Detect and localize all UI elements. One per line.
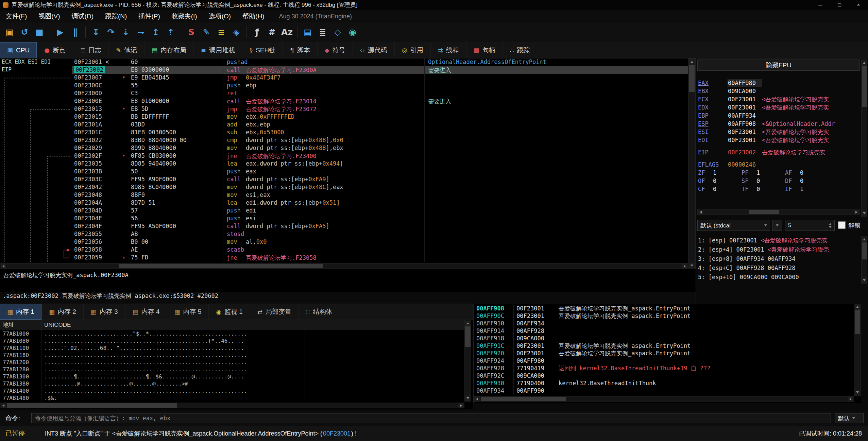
status-address-link[interactable]: 00F23001 (323, 430, 351, 437)
scroll-arrow-button[interactable] (465, 321, 471, 326)
disasm-row[interactable]: 00F2300DC3ret (0, 90, 688, 98)
stack-row[interactable]: 00AFF91400AFF928 (474, 327, 854, 335)
stack-arg-row[interactable]: 3: [esp+8] 00AFF934 00AFF934 (698, 254, 860, 264)
scroll-arrow-button[interactable] (689, 263, 695, 268)
patches-button[interactable]: S (184, 24, 199, 40)
tab-trace[interactable]: ∴跟踪 (503, 42, 537, 58)
menu-view[interactable]: 视图(V) (33, 10, 66, 22)
spinner-buttons[interactable] (829, 223, 832, 228)
flag-df[interactable]: DF0 (785, 177, 829, 185)
menu-plugins[interactable]: 插件(P) (133, 10, 166, 22)
disasm-row[interactable]: 00F2302F▾0F85 CB030000jne吾爱破解论坛学习.F23400 (0, 152, 688, 160)
stack-row[interactable]: 00AFF92C009CA000 (474, 372, 854, 379)
stack-row[interactable]: 00AFF91C00F23001吾爱破解论坛学习脱壳实例_aspack.Entr… (474, 342, 854, 350)
stack-row[interactable]: 00AFF91000AFF934 (474, 320, 854, 327)
register-row-esi[interactable]: ESI00F23001<吾爱破解论坛学习脱壳实 (698, 128, 860, 136)
flag-of[interactable]: OF0 (698, 177, 742, 185)
register-row-ebp[interactable]: EBP00AFF934 (698, 112, 860, 120)
stack-arg-row[interactable]: 2: [esp+4] 00F23001 <吾爱破解论坛学习脱壳 (698, 245, 860, 254)
disasm-row[interactable]: 00F23013▾EB 5Djmp吾爱破解论坛学习.F23072 (0, 105, 688, 113)
modules-button[interactable]: ≣ (315, 24, 330, 40)
scroll-thumb[interactable] (7, 403, 177, 408)
help-globe-button[interactable]: ◉ (345, 24, 360, 40)
flag-tf[interactable]: TF0 (742, 185, 785, 193)
strings-button[interactable]: # (265, 24, 279, 40)
run-button[interactable]: ▶ (53, 24, 68, 40)
bottom-tab-memory-1[interactable]: ▦内存 1 (0, 304, 42, 320)
disasm-row[interactable]: 00F23055ABstosd (0, 231, 688, 238)
stack-arg-row[interactable]: 5: [esp+10] 009CA000 009CA000 (698, 273, 860, 282)
memory-row[interactable]: 77AB1400................................… (0, 387, 464, 394)
memory-row[interactable]: 77AB1300.........¶.....................¶… (0, 373, 464, 380)
stack-row[interactable]: 00AFF93077190400kernel32.BaseThreadInitT… (474, 379, 854, 387)
menu-help[interactable]: 帮助(H) (237, 10, 270, 22)
disasm-row[interactable]: 00F2304A8D7D 51leaedi,dword ptr ss:[ebp+… (0, 199, 688, 207)
comment-button[interactable]: ✎ (199, 24, 214, 40)
scroll-arrow-button[interactable] (862, 277, 867, 283)
scroll-arrow-button[interactable] (474, 396, 480, 402)
calling-convention-select[interactable]: 默认 (stdcal (697, 220, 770, 231)
register-row-eax[interactable]: EAX00AFF980 (698, 79, 860, 87)
memory-row[interactable]: 77AB1480.$&. (0, 394, 464, 402)
tab-source[interactable]: ‹›源代码 (353, 42, 395, 58)
stack-row[interactable]: 00AFF93400AFF990 (474, 387, 854, 394)
register-row-eflags[interactable]: EFLAGS00000246 (698, 160, 860, 169)
memory-horizontal-scrollbar[interactable] (0, 403, 464, 408)
tab-notes[interactable]: ✎笔记 (109, 42, 144, 58)
scroll-arrow-button[interactable] (854, 209, 859, 215)
stack-row[interactable]: 00AFF92877190419返回到 kernel32.BaseThreadI… (474, 364, 854, 372)
tab-cpu[interactable]: ▣CPU (0, 42, 37, 58)
disasm-row[interactable]: 00F23007▾E9 EB045D45jmp0x464F34F7 (0, 74, 688, 82)
step-over-button[interactable]: ↷ (103, 24, 118, 40)
memory-row[interactable]: 77AB1200................................… (0, 359, 464, 366)
flag-pf[interactable]: PF1 (742, 169, 785, 177)
scroll-thumb[interactable] (119, 264, 323, 268)
trace-over-button[interactable]: ⇁ (133, 24, 148, 40)
scroll-arrow-button[interactable] (1, 403, 6, 408)
maximize-button[interactable]: □ (830, 0, 849, 10)
memory-vertical-scrollbar[interactable] (464, 320, 471, 402)
menu-file[interactable]: 文件(F) (0, 10, 33, 22)
menu-trace[interactable]: 跟踪(N) (99, 10, 133, 22)
open-file-button[interactable]: ▣ (2, 24, 17, 40)
flag-af[interactable]: AF0 (785, 169, 829, 177)
lock-checkbox[interactable] (838, 221, 846, 229)
disasm-row[interactable]: 00F2304E56pushesi (0, 215, 688, 223)
scroll-arrow-button[interactable] (855, 304, 860, 310)
command-input[interactable] (31, 413, 831, 423)
scroll-thumb[interactable] (689, 65, 695, 92)
scroll-arrow-button[interactable] (689, 59, 695, 65)
disasm-row[interactable]: 00F2304FFF95 A50F0000calldword ptr ss:[e… (0, 223, 688, 231)
disasm-row[interactable]: 00F23015BB EDFFFFFFmovebx,0xFFFFFFED (0, 113, 688, 121)
stack-row[interactable]: 00AFF92000F23001吾爱破解论坛学习脱壳实例_aspack.Entr… (474, 350, 854, 357)
memory-row[interactable]: 77AB1100......".02.......68.. ".........… (0, 344, 464, 352)
registers-horizontal-scrollbar[interactable] (697, 209, 860, 215)
tab-breakpoints[interactable]: ●断点 (37, 42, 73, 58)
hide-fpu-button[interactable]: 隐藏FPU (697, 60, 860, 71)
registers-vertical-scrollbar[interactable] (861, 60, 867, 217)
restart-button[interactable]: ↺ (17, 24, 32, 40)
register-row-esp[interactable]: ESP00AFF908<&OptionalHeader.Addr (698, 120, 860, 128)
scroll-arrow-button[interactable] (848, 396, 853, 402)
notes-button[interactable]: ≡ (214, 24, 229, 40)
run-to-user-code-button[interactable]: ⇡ (163, 24, 178, 40)
bottom-tab-memory-4[interactable]: ▦内存 4 (125, 304, 167, 320)
functions-button[interactable]: ƒ (250, 24, 265, 40)
disasm-row[interactable]: 00F2303B50pusheax (0, 168, 688, 176)
disasm-row[interactable]: 00F230428985 8C040000movdword ptr ss:[eb… (0, 184, 688, 191)
menu-favourites[interactable]: 收藏夹(I) (166, 10, 203, 22)
stop-button[interactable]: ■ (32, 24, 47, 40)
tab-references[interactable]: ◎引用 (395, 42, 431, 58)
disasm-row[interactable]: 00F23001 <60pushadOptionalHeader.Address… (0, 58, 688, 66)
scroll-arrow-button[interactable] (465, 395, 471, 401)
bottom-tab-watch-1[interactable]: ◉监视 1 (209, 304, 250, 320)
flag-sf[interactable]: SF0 (742, 177, 785, 185)
register-row-ecx[interactable]: ECX00F23001<吾爱破解论坛学习脱壳实 (698, 95, 860, 103)
tab-handles[interactable]: ■句柄 (466, 42, 503, 58)
tab-script[interactable]: ¶脚本 (283, 42, 317, 58)
trace-into-button[interactable]: ⇣ (118, 24, 133, 40)
scroll-thumb[interactable] (465, 326, 471, 347)
scroll-thumb[interactable] (855, 310, 860, 334)
scroll-arrow-button[interactable] (1, 264, 6, 269)
bottom-tab-memory-2[interactable]: ▦内存 2 (42, 304, 84, 320)
